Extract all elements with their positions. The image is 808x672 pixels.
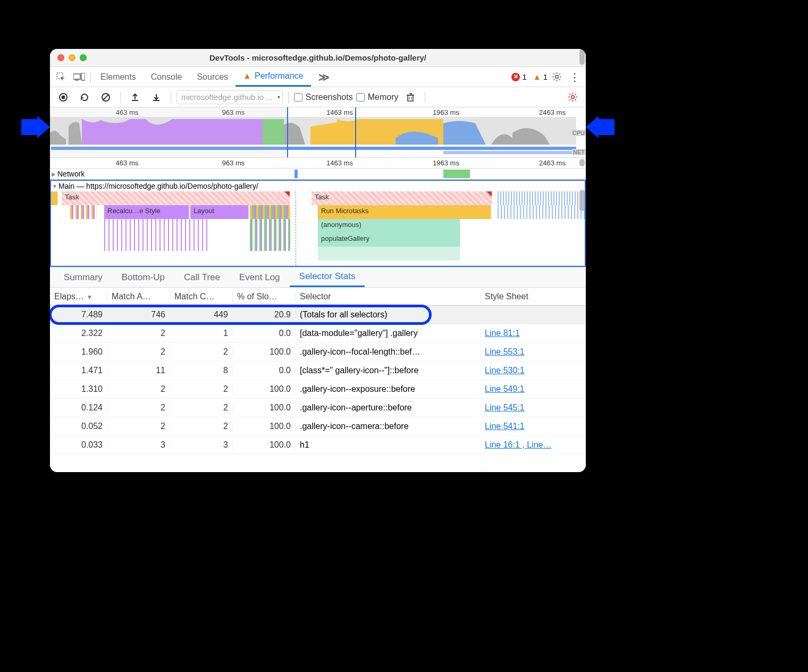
overview-selection[interactable] xyxy=(287,107,356,157)
tab-console[interactable]: Console xyxy=(144,67,190,87)
window-title: DevTools - microsoftedge.github.io/Demos… xyxy=(50,53,586,62)
anonymous-bar[interactable]: (anonymous) xyxy=(318,219,460,233)
table-row[interactable]: 7.48974644920.9(Totals for all selectors… xyxy=(50,306,586,324)
gc-button[interactable] xyxy=(401,88,419,106)
stylesheet-link[interactable]: Line 541:1 xyxy=(485,422,525,431)
network-track-label: Network xyxy=(57,170,85,178)
screenshots-checkbox[interactable]: Screenshots xyxy=(294,93,353,102)
table-row[interactable]: 0.05222100.0.gallery-icon--camera::befor… xyxy=(50,417,586,436)
memory-label: Memory xyxy=(368,93,399,102)
tab-performance[interactable]: ▲ Performance xyxy=(235,67,310,87)
error-icon: ✕ xyxy=(511,73,520,81)
table-row[interactable]: 2.322210.0[data-module="gallery"] .galle… xyxy=(50,324,586,343)
stylesheet-link[interactable]: Line 545:1 xyxy=(485,403,525,412)
download-button[interactable] xyxy=(147,88,165,106)
reload-button[interactable] xyxy=(75,88,94,106)
detail-tab-bar: Summary Bottom-Up Call Tree Event Log Se… xyxy=(50,267,586,288)
warning-count: 1 xyxy=(543,72,548,81)
tab-summary[interactable]: Summary xyxy=(54,267,112,287)
url-dropdown-label: microsoftedge.github.io ... xyxy=(181,93,273,102)
tab-sources[interactable]: Sources xyxy=(189,67,235,87)
col-stylesheet[interactable]: Style Sheet xyxy=(481,292,576,301)
inspect-icon[interactable] xyxy=(52,68,70,86)
svg-point-6 xyxy=(555,75,558,79)
stylesheet-link[interactable]: Line 81:1 xyxy=(485,329,520,338)
microtasks-bar[interactable]: Run Microtasks xyxy=(318,205,491,219)
screenshots-checkbox-input[interactable] xyxy=(294,93,302,102)
annotation-arrow-left xyxy=(21,116,50,138)
svg-marker-0 xyxy=(21,116,50,138)
task-bar[interactable]: Task xyxy=(312,191,492,205)
issue-counters[interactable]: ✕ 1 ▲ 1 xyxy=(511,72,548,81)
tabs-overflow-button[interactable]: ≫ xyxy=(311,67,337,87)
zoom-window-button[interactable] xyxy=(80,54,87,61)
stylesheet-link[interactable]: Line 16:1 , Line… xyxy=(485,440,551,449)
tab-bottom-up[interactable]: Bottom-Up xyxy=(112,267,174,287)
populate-gallery-bar[interactable]: populateGallery xyxy=(318,233,460,247)
close-window-button[interactable] xyxy=(57,54,64,61)
tab-call-tree[interactable]: Call Tree xyxy=(174,267,230,287)
performance-toolbar: microsoftedge.github.io ... Screenshots … xyxy=(50,87,586,107)
selector-stats-table: Elaps… ▼ Match A… Match C… % of Slo… Sel… xyxy=(50,288,586,472)
overview-timeline[interactable]: 463 ms 963 ms 1463 ms 1963 ms 2463 ms xyxy=(50,107,586,158)
svg-point-8 xyxy=(62,95,65,99)
main-tab-bar: Elements Console Sources ▲ Performance ≫… xyxy=(50,67,586,87)
annotation-arrow-right xyxy=(586,116,615,138)
more-menu-icon[interactable]: ⋮ xyxy=(566,68,584,86)
col-selector[interactable]: Selector xyxy=(296,292,481,301)
upload-button[interactable] xyxy=(126,88,144,106)
devtools-window: DevTools - microsoftedge.github.io/Demos… xyxy=(50,49,586,472)
col-match-count[interactable]: Match C… xyxy=(170,292,233,301)
table-row[interactable]: 0.03333100.0h1Line 16:1 , Line… xyxy=(50,436,586,455)
record-button[interactable] xyxy=(54,88,72,106)
task-bar[interactable]: Task xyxy=(62,191,290,205)
stylesheet-link[interactable]: Line 549:1 xyxy=(485,384,525,393)
svg-marker-1 xyxy=(586,116,615,138)
table-row[interactable]: 0.12422100.0.gallery-icon--aperture::bef… xyxy=(50,399,586,417)
table-body: 7.48974644920.9(Totals for all selectors… xyxy=(50,306,586,455)
settings-icon[interactable] xyxy=(548,68,566,86)
perf-settings-icon[interactable] xyxy=(563,88,582,106)
col-match-attempts[interactable]: Match A… xyxy=(107,292,170,301)
window-controls xyxy=(57,54,87,61)
minimize-window-button[interactable] xyxy=(69,54,75,61)
svg-rect-5 xyxy=(81,73,85,80)
table-row[interactable]: 1.4711180.0[class*=" gallery-icon--"]::b… xyxy=(50,362,586,380)
scrollbar-thumb[interactable] xyxy=(579,190,585,211)
svg-point-14 xyxy=(571,96,574,99)
stylesheet-link[interactable]: Line 553:1 xyxy=(485,347,525,356)
col-slow[interactable]: % of Slo… xyxy=(233,292,296,301)
svg-rect-4 xyxy=(75,80,79,81)
collapse-icon[interactable]: ▼ xyxy=(51,183,58,189)
recalc-style-bar[interactable]: Recalcu…e Style xyxy=(104,205,189,219)
main-track-header[interactable]: ▼ Main — https://microsoftedge.github.io… xyxy=(51,181,585,191)
col-elapsed[interactable]: Elaps… ▼ xyxy=(50,292,107,301)
sort-desc-icon: ▼ xyxy=(86,293,92,301)
warning-icon: ▲ xyxy=(243,71,251,81)
layout-bar[interactable]: Layout xyxy=(190,205,249,219)
url-dropdown[interactable]: microsoftedge.github.io ... xyxy=(176,90,283,104)
device-icon[interactable] xyxy=(70,68,88,86)
expand-icon[interactable]: ▶ xyxy=(50,171,57,177)
clear-button[interactable] xyxy=(97,88,115,106)
table-header[interactable]: Elaps… ▼ Match A… Match C… % of Slo… Sel… xyxy=(50,288,586,306)
error-count: 1 xyxy=(522,72,526,81)
svg-line-10 xyxy=(103,95,108,100)
flame-chart[interactable]: Task Task Recalcu…e Style Layout Run Mic… xyxy=(51,191,585,266)
network-track-header[interactable]: ▶ Network xyxy=(50,169,586,179)
ruler-bottom: 463 ms 963 ms 1463 ms 1963 ms 2463 ms xyxy=(50,158,586,169)
memory-checkbox[interactable]: Memory xyxy=(356,93,399,102)
titlebar: DevTools - microsoftedge.github.io/Demos… xyxy=(50,49,586,67)
table-row[interactable]: 1.96022100.0.gallery-icon--focal-length:… xyxy=(50,343,586,362)
svg-rect-3 xyxy=(73,74,80,79)
memory-checkbox-input[interactable] xyxy=(356,93,365,102)
screenshots-label: Screenshots xyxy=(306,93,353,102)
warning-icon: ▲ xyxy=(533,72,541,81)
flame-tracks: ▶ Network ▼ Main — https://microsoftedge… xyxy=(50,169,586,267)
tab-selector-stats[interactable]: Selector Stats xyxy=(290,267,365,287)
tab-elements[interactable]: Elements xyxy=(93,67,144,87)
tab-event-log[interactable]: Event Log xyxy=(230,267,290,287)
stylesheet-link[interactable]: Line 530:1 xyxy=(485,366,525,375)
scrollbar-thumb[interactable] xyxy=(579,159,585,166)
table-row[interactable]: 1.31022100.0.gallery-icon--exposure::bef… xyxy=(50,380,586,399)
